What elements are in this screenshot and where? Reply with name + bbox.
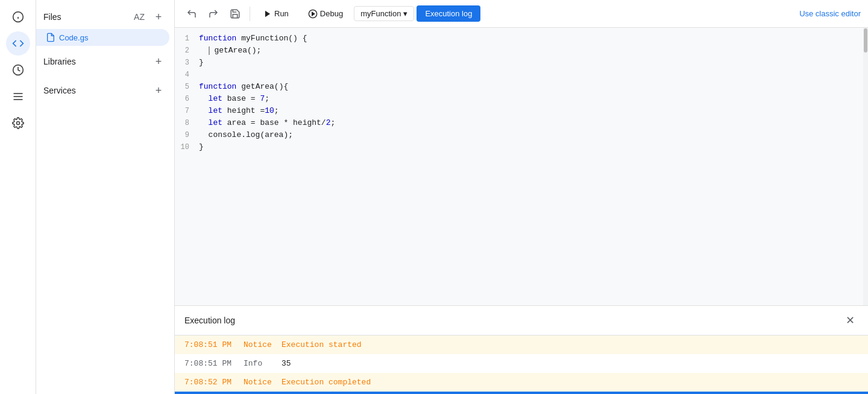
trigger-icon-btn[interactable]: [6, 84, 30, 109]
log-row-2: 7:08:51 PM Info 35: [175, 354, 868, 373]
services-label: Services: [43, 86, 76, 95]
line-content-1: function myFunction() {: [199, 33, 868, 45]
exec-log-header: Execution log ✕: [175, 306, 868, 335]
editor-area: 1 function myFunction() { 2 getArea(); 3…: [175, 28, 868, 394]
line-content-9: console.log(area);: [199, 129, 868, 141]
file-item-codegjs[interactable]: Code.gs: [36, 29, 169, 46]
line-content-5: function getArea(){: [199, 81, 868, 93]
classic-editor-button[interactable]: Use classic editor: [799, 9, 861, 18]
log-msg-2: 35: [281, 359, 291, 368]
classic-editor-label: Use classic editor: [799, 9, 861, 18]
redo-button[interactable]: [204, 4, 223, 24]
sort-button[interactable]: AZ: [131, 8, 148, 25]
toolbar-divider-1: [250, 7, 250, 21]
debug-label: Debug: [320, 9, 343, 18]
exec-log-button[interactable]: Execution log: [417, 5, 480, 22]
code-line-9: 9 console.log(area);: [175, 129, 868, 141]
services-section: Services +: [36, 77, 174, 104]
code-line-5: 5 function getArea(){: [175, 81, 868, 93]
code-line-1: 1 function myFunction() {: [175, 33, 868, 45]
svg-point-7: [16, 122, 19, 125]
undo-button[interactable]: [182, 4, 201, 24]
line-content-3: }: [199, 57, 868, 69]
code-line-4: 4: [175, 69, 868, 81]
debug-button[interactable]: Debug: [300, 5, 351, 22]
file-name: Code.gs: [59, 33, 88, 42]
libraries-label: Libraries: [43, 57, 76, 66]
code-line-7: 7 let height =10;: [175, 105, 868, 117]
svg-marker-8: [265, 10, 270, 17]
add-file-button[interactable]: +: [150, 8, 167, 25]
settings-icon-btn[interactable]: [6, 111, 30, 135]
run-button[interactable]: Run: [255, 5, 297, 22]
log-time-1: 7:08:51 PM: [184, 340, 239, 349]
line-num-3: 3: [175, 57, 199, 69]
svg-marker-10: [312, 12, 315, 15]
log-time-3: 7:08:52 PM: [184, 378, 239, 387]
code-line-6: 6 let base = 7;: [175, 93, 868, 105]
log-msg-3: Execution completed: [281, 378, 371, 387]
line-num-9: 9: [175, 129, 199, 141]
line-num-1: 1: [175, 33, 199, 45]
line-num-8: 8: [175, 117, 199, 129]
line-content-6: let base = 7;: [199, 93, 868, 105]
log-row-3: 7:08:52 PM Notice Execution completed: [175, 373, 868, 392]
exec-log-title: Execution log: [184, 316, 235, 325]
files-label: Files: [43, 12, 61, 22]
code-line-10: 10 }: [175, 141, 868, 153]
line-content-10: }: [199, 141, 868, 153]
add-library-button[interactable]: +: [150, 53, 167, 70]
code-panel[interactable]: 1 function myFunction() { 2 getArea(); 3…: [175, 28, 868, 305]
line-content-2: getArea();: [199, 45, 868, 57]
function-name: myFunction: [360, 9, 401, 18]
line-num-10: 10: [175, 141, 199, 153]
execution-log-panel: Execution log ✕ 7:08:51 PM Notice Execut…: [175, 305, 868, 394]
line-num-5: 5: [175, 81, 199, 93]
function-selector[interactable]: myFunction ▾: [354, 6, 414, 21]
libraries-section: Libraries +: [36, 48, 174, 75]
run-label: Run: [274, 9, 289, 18]
files-header: Files AZ +: [36, 5, 174, 29]
line-num-6: 6: [175, 93, 199, 105]
file-icon: [46, 33, 55, 42]
debug-icon: [308, 9, 318, 19]
line-content-8: let area = base * height/2;: [199, 117, 868, 129]
line-num-4: 4: [175, 69, 199, 81]
log-level-2: Info: [244, 359, 277, 368]
code-line-8: 8 let area = base * height/2;: [175, 117, 868, 129]
info-icon-btn[interactable]: [6, 5, 30, 29]
save-button[interactable]: [225, 4, 245, 24]
icon-bar: [0, 0, 36, 394]
exec-log-label: Execution log: [425, 9, 472, 18]
add-service-button[interactable]: +: [150, 82, 167, 99]
code-line-2: 2 getArea();: [175, 45, 868, 57]
log-row-1: 7:08:51 PM Notice Execution started: [175, 335, 868, 354]
editor-scrollbar[interactable]: [863, 28, 868, 305]
log-msg-1: Execution started: [281, 340, 362, 349]
main-area: Run Debug myFunction ▾ Execution log Use…: [175, 0, 868, 394]
clock-icon-btn[interactable]: [6, 58, 30, 82]
line-content-7: let height =10;: [199, 105, 868, 117]
exec-log-close-button[interactable]: ✕: [841, 312, 858, 329]
sidebar: Files AZ + Code.gs Libraries + Services …: [36, 0, 175, 394]
line-num-7: 7: [175, 105, 199, 117]
files-header-icons: AZ +: [131, 8, 167, 25]
log-time-2: 7:08:51 PM: [184, 359, 239, 368]
dropdown-icon: ▾: [403, 9, 407, 18]
code-line-3: 3 }: [175, 57, 868, 69]
log-level-1: Notice: [244, 340, 277, 349]
code-icon-btn[interactable]: [6, 31, 30, 56]
toolbar: Run Debug myFunction ▾ Execution log Use…: [175, 0, 868, 28]
scrollbar-thumb: [864, 28, 867, 52]
exec-log-bottom-bar: [175, 392, 868, 394]
run-icon: [263, 10, 272, 18]
line-num-2: 2: [175, 45, 199, 57]
log-level-3: Notice: [244, 378, 277, 387]
